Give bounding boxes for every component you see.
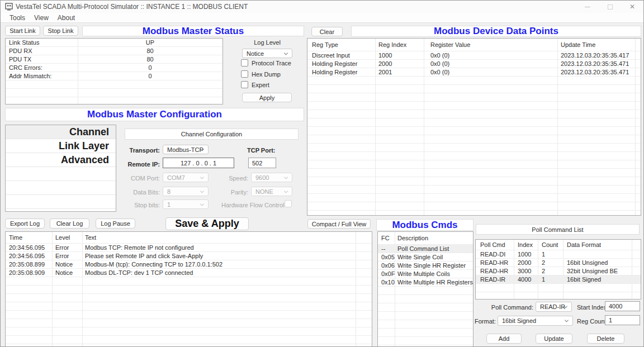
- parity-label: Parity:: [216, 189, 248, 196]
- nav-item-advanced[interactable]: Advanced: [6, 153, 116, 167]
- data-format-cell: 32bit Unsigned BE: [567, 268, 618, 274]
- hex-dump-checkbox[interactable]: [241, 70, 248, 78]
- delete-button[interactable]: Delete: [587, 334, 624, 344]
- fc-cell: --: [381, 245, 385, 252]
- format-select[interactable]: 16bit Signed: [498, 316, 573, 326]
- tcp-port-field[interactable]: 502: [248, 158, 276, 168]
- chevron-down-icon: [565, 318, 569, 322]
- index-cell: 3000: [518, 268, 531, 274]
- log-text-cell: Modbus-M (tcp): Connecting TCP to 127.0.…: [85, 261, 222, 268]
- expert-option[interactable]: Expert: [241, 81, 269, 88]
- export-log-button[interactable]: Export Log: [5, 218, 45, 229]
- cmd-row[interactable]: -- Poll Command List: [378, 245, 473, 253]
- column-header: Level: [55, 234, 70, 241]
- column-header: Data Format: [567, 241, 601, 248]
- transport-value: Modbus-TCP: [167, 146, 203, 153]
- index-cell: 4000: [518, 276, 531, 283]
- poll-row[interactable]: READ-DI 1000 1: [476, 250, 641, 259]
- master-status-table: Link Status UP PDU RX 80 PDU TX 80 CRC E…: [5, 38, 223, 104]
- status-row: PDU TX 80: [6, 55, 222, 64]
- table-row[interactable]: Holding Register 2001 0x0 (0) 2023.12.03…: [307, 68, 641, 77]
- log-row[interactable]: 20:34:56.095 Error Modbus TCP: Remote IP…: [6, 244, 372, 252]
- menu-about[interactable]: About: [53, 14, 79, 22]
- log-row[interactable]: 20:35:08.909 Notice Modbus DL-TCP: dev 1…: [6, 269, 372, 277]
- description-cell: Poll Command List: [397, 245, 449, 252]
- config-nav-list: Channel Link Layer Advanced: [5, 125, 116, 212]
- stop-bits-value: 1: [167, 201, 171, 208]
- reg-index-cell: 1000: [378, 52, 392, 59]
- minimize-button[interactable]: [576, 1, 599, 13]
- com-port-value: COM7: [167, 174, 185, 181]
- menu-tools[interactable]: Tools: [5, 14, 30, 22]
- cmd-row[interactable]: 0x10 Write Multiple HR Registers: [378, 278, 473, 287]
- poll-command-select[interactable]: READ-IR: [536, 302, 572, 312]
- format-label: Format:: [475, 318, 496, 325]
- cmd-row[interactable]: 0x06 Write Single HR Register: [378, 262, 473, 270]
- log-row[interactable]: 20:35:08.899 Notice Modbus-M (tcp): Conn…: [6, 260, 372, 269]
- table-row[interactable]: Discreet Input 1000 0x0 (0) 2023.12.03.2…: [307, 51, 641, 60]
- fc-cell: 0x0F: [381, 270, 395, 277]
- add-button[interactable]: Add: [486, 334, 522, 344]
- nav-item-link-layer[interactable]: Link Layer: [6, 139, 116, 153]
- modbus-cmds-title: Modbus Cmds: [376, 219, 473, 231]
- log-pause-button[interactable]: Log Pause: [96, 218, 135, 229]
- clear-log-button[interactable]: Clear Log: [50, 218, 89, 229]
- log-level-cell: Error: [55, 253, 69, 259]
- save-apply-button[interactable]: Save & Apply: [165, 217, 249, 230]
- protocol-trace-checkbox[interactable]: [241, 59, 248, 66]
- reg-type-cell: Holding Register: [312, 60, 357, 67]
- poll-row[interactable]: READ-HR 3000 2 32bit Unsigned BE: [476, 267, 641, 275]
- update-button[interactable]: Update: [536, 334, 572, 344]
- table-row[interactable]: Holding Register 2000 0x0 (0) 2023.12.03…: [307, 60, 641, 68]
- log-row[interactable]: 20:34:56.095 Error Please set Remote IP …: [6, 252, 372, 260]
- expert-checkbox[interactable]: [241, 81, 248, 88]
- poll-cmd-cell: READ-DI: [480, 251, 505, 258]
- poll-cmd-cell: READ-HR: [480, 268, 508, 274]
- fc-cell: 0x05: [381, 254, 395, 260]
- maximize-icon: [608, 4, 613, 9]
- log-level-cell: Notice: [55, 261, 73, 268]
- close-button[interactable]: ✕: [621, 1, 643, 13]
- poll-command-label: Poll Command:: [480, 304, 533, 311]
- register-value-cell: 0x0 (0): [430, 69, 449, 75]
- poll-command-list-title: Poll Command List: [476, 224, 640, 235]
- start-link-button[interactable]: Start Link: [5, 26, 40, 36]
- status-value: 0: [78, 64, 222, 71]
- column-header: FC: [381, 235, 390, 241]
- poll-cmd-cell: READ-HR: [480, 259, 508, 266]
- com-port-label: COM Port:: [112, 175, 160, 182]
- count-cell: 1: [542, 276, 545, 283]
- nav-item-channel[interactable]: Channel: [6, 125, 116, 139]
- reg-index-cell: 2001: [378, 69, 392, 75]
- log-level-label: Log Level: [242, 39, 292, 46]
- column-header: Index: [518, 241, 533, 248]
- column-header: Register Value: [430, 41, 470, 48]
- cmds-table-header: FC Description: [378, 232, 473, 245]
- start-index-field[interactable]: 4000: [605, 301, 640, 311]
- window-controls: ✕: [576, 1, 643, 13]
- compact-full-view-button[interactable]: Compact / Full View: [307, 219, 371, 229]
- menu-view[interactable]: View: [30, 14, 53, 22]
- column-header: Reg Index: [378, 41, 406, 48]
- status-label: PDU RX: [9, 47, 32, 54]
- poll-row[interactable]: READ-HR 2000 2 16bit Unsigned: [476, 259, 641, 267]
- reg-count-field[interactable]: 1: [605, 315, 640, 325]
- transport-select[interactable]: Modbus-TCP: [163, 145, 209, 154]
- maximize-button[interactable]: [599, 1, 621, 13]
- empty-rows: [6, 167, 116, 211]
- remote-ip-field[interactable]: 127 . 0 . 0 . 1: [163, 158, 234, 168]
- cmd-row[interactable]: 0x05 Write Single Coil: [378, 253, 473, 262]
- apply-button[interactable]: Apply: [242, 93, 292, 102]
- stop-link-button[interactable]: Stop Link: [43, 26, 78, 36]
- poll-table-header: Poll Cmd Index Count Data Format: [476, 240, 641, 250]
- format-value: 16bit Signed: [502, 317, 536, 324]
- log-level-select[interactable]: Notice: [242, 49, 292, 58]
- chevron-down-icon: [200, 189, 204, 193]
- hex-dump-option[interactable]: Hex Dump: [241, 70, 281, 78]
- cmd-row[interactable]: 0x0F Write Multiple Coils: [378, 270, 473, 278]
- poll-row[interactable]: READ-IR 4000 1 16bit Signed: [476, 275, 641, 284]
- clear-data-button[interactable]: Clear: [311, 27, 343, 36]
- menu-bar: Tools View About: [1, 13, 643, 23]
- protocol-trace-option[interactable]: Protocol Trace: [241, 59, 291, 66]
- count-cell: 2: [542, 268, 545, 274]
